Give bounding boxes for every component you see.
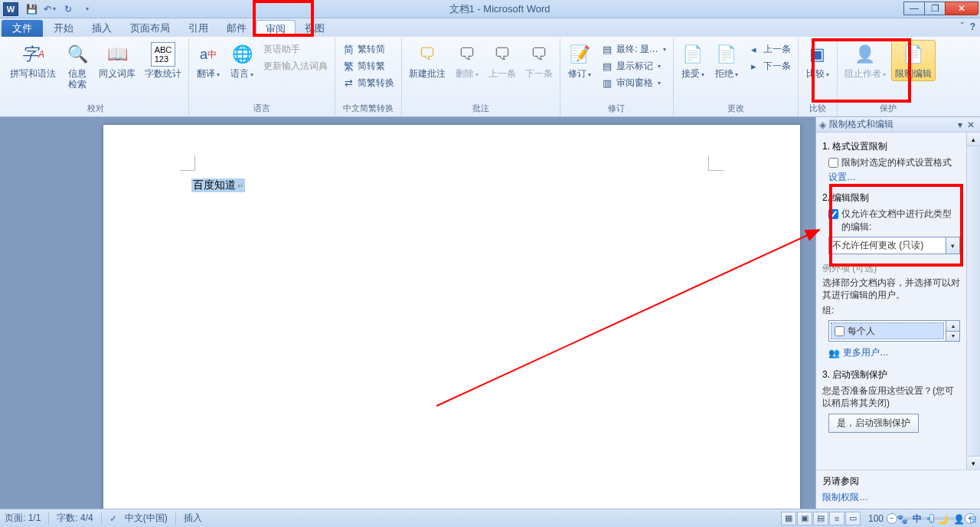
web-view[interactable]: ▤ <box>813 512 828 525</box>
prev-comment-button[interactable]: 🗨上一条 <box>485 40 520 81</box>
proof-status-icon[interactable]: ✓ <box>109 513 117 524</box>
undo-button[interactable]: ↶▾ <box>41 2 58 17</box>
ribbon-tabs: 文件 开始 插入 页面布局 引用 邮件 审阅 视图 ˇ ? <box>0 18 980 37</box>
tab-home[interactable]: 开始 <box>44 20 83 37</box>
compare-button[interactable]: ▣比较▾ <box>802 40 834 83</box>
block-authors-button[interactable]: 👤阻止作者▾ <box>841 40 890 83</box>
to-traditional-button[interactable]: 繁简转繁 <box>338 58 398 74</box>
help-icon[interactable]: ? <box>970 21 975 32</box>
more-users-link[interactable]: 更多用户… <box>843 346 889 359</box>
close-button[interactable]: ✕ <box>945 2 978 15</box>
taskpane-dropdown-icon[interactable]: ▾ <box>956 119 965 130</box>
track-changes-button[interactable]: 📝修订▾ <box>564 40 596 83</box>
reviewing-pane-button[interactable]: ▥审阅窗格▾ <box>597 75 670 91</box>
display-for-review[interactable]: ▤最终: 显…▾ <box>597 41 670 57</box>
trad-icon: 繁 <box>342 61 354 73</box>
selected-text[interactable]: 百度知道 <box>191 178 245 192</box>
zoom-level[interactable]: 100 <box>868 513 884 524</box>
minimize-button[interactable]: — <box>903 2 925 15</box>
chevron-down-icon[interactable]: ▾ <box>946 237 960 254</box>
tab-mailings[interactable]: 邮件 <box>217 20 256 37</box>
next-comment-button[interactable]: 🗨下一条 <box>521 40 557 81</box>
listbox-scrollbar[interactable]: ▴▾ <box>946 321 959 341</box>
language-button[interactable]: 🌐语言▾ <box>226 40 258 83</box>
ribbon-minimize-icon[interactable]: ˇ <box>961 21 964 32</box>
accept-icon: 📄 <box>681 42 705 67</box>
group-changes: 📄接受▾ 📄拒绝▾ ◂上一条 ▸下一条 更改 <box>674 38 799 116</box>
tab-view[interactable]: 视图 <box>296 20 334 37</box>
format-restrict-label: 限制对选定的样式设置格式 <box>841 156 952 169</box>
tab-review[interactable]: 审阅 <box>256 20 296 37</box>
delete-comment-button[interactable]: 🗨删除▾ <box>451 40 483 83</box>
system-tray: 🐾 中 •, 🌙 👤 ⊞ <box>897 512 977 525</box>
page-status[interactable]: 页面: 1/1 <box>5 512 41 525</box>
chinese-convert-button[interactable]: ⇄简繁转换 <box>338 75 398 91</box>
accept-button[interactable]: 📄接受▾ <box>677 40 709 83</box>
tray-icon[interactable]: •, <box>926 514 933 525</box>
taskpane-body: 1. 格式设置限制 限制对选定的样式设置格式 设置… 2. 编辑限制 仅允许在文… <box>816 133 966 470</box>
taskpane-scrollbar[interactable]: ▴ ▾ <box>966 133 980 470</box>
print-layout-view[interactable]: ▦ <box>781 512 796 525</box>
start-enforcement-button[interactable]: 是，启动强制保护 <box>828 414 919 433</box>
document-canvas[interactable]: 百度知道 <box>0 117 815 509</box>
delete-comment-icon: 🗨 <box>455 42 479 67</box>
everyone-checkbox[interactable] <box>835 326 844 336</box>
title-bar: W 💾 ↶▾ ↻ ▾ 文档1 - Microsoft Word — ❐ ✕ <box>0 0 980 18</box>
document-page[interactable]: 百度知道 <box>103 125 800 509</box>
spelling-button[interactable]: 字A拼写和语法 <box>6 40 60 81</box>
draft-view[interactable]: ▭ <box>845 512 861 525</box>
language-status[interactable]: 中文(中国) <box>125 512 168 525</box>
block-authors-icon: 👤 <box>853 42 877 67</box>
new-comment-button[interactable]: 🗨新建批注 <box>405 40 449 81</box>
status-bar: 页面: 1/1 字数: 4/4 ✓ 中文(中国) 插入 ▦ ▣ ▤ ≡ ▭ 10… <box>0 509 980 527</box>
group-chinese-conversion: 简繁转简 繁简转繁 ⇄简繁转换 中文简繁转换 <box>335 38 402 116</box>
thesaurus-button[interactable]: 📖同义词库 <box>95 40 139 81</box>
taskpane-close-icon[interactable]: ✕ <box>965 119 977 130</box>
word-icon: W <box>3 2 18 16</box>
editing-restrict-checkbox[interactable] <box>828 209 838 219</box>
reject-button[interactable]: 📄拒绝▾ <box>710 40 743 83</box>
scroll-up-icon[interactable]: ▴ <box>967 133 980 146</box>
group-tracking: 📝修订▾ ▤最终: 显…▾ ▤显示标记▾ ▥审阅窗格▾ 修订 <box>560 38 674 116</box>
editing-type-dropdown[interactable]: 不允许任何更改 (只读) ▾ <box>828 237 960 254</box>
tab-insert[interactable]: 插入 <box>83 20 121 37</box>
group-label: 更改 <box>677 101 795 116</box>
outline-view[interactable]: ≡ <box>829 512 844 525</box>
section-2-title: 2. 编辑限制 <box>822 191 960 205</box>
tray-icon[interactable]: 👤 <box>953 514 965 525</box>
zoom-out-button[interactable]: − <box>887 513 897 524</box>
file-tab[interactable]: 文件 <box>2 20 43 37</box>
restrict-permission-link[interactable]: 限制权限… <box>822 491 974 504</box>
translate-button[interactable]: a中翻译▾ <box>192 40 224 83</box>
tab-page-layout[interactable]: 页面布局 <box>121 20 179 37</box>
tray-icon[interactable]: 🌙 <box>937 514 949 525</box>
scroll-down-icon[interactable]: ▾ <box>967 456 980 470</box>
restore-button[interactable]: ❐ <box>924 2 946 15</box>
taskpane-menu-icon[interactable]: ◈ <box>819 119 826 130</box>
prev-change-button[interactable]: ◂上一条 <box>744 41 795 57</box>
to-simplified-button[interactable]: 简繁转简 <box>338 41 398 57</box>
qat-customize[interactable]: ▾ <box>78 2 95 17</box>
insert-mode-status[interactable]: 插入 <box>184 512 202 525</box>
research-button[interactable]: 🔍信息 检索 <box>61 40 93 92</box>
redo-button[interactable]: ↻ <box>60 2 77 17</box>
format-restrict-checkbox[interactable] <box>828 158 838 168</box>
tab-references[interactable]: 引用 <box>179 20 217 37</box>
window-title: 文档1 - Microsoft Word <box>95 2 904 16</box>
restrict-editing-button[interactable]: 📄限制编辑 <box>891 40 936 81</box>
save-button[interactable]: 💾 <box>23 2 40 17</box>
format-settings-link[interactable]: 设置… <box>828 171 960 184</box>
english-helper-button[interactable]: 英语助手 <box>260 41 332 57</box>
word-count-status[interactable]: 字数: 4/4 <box>57 512 93 525</box>
wordcount-button[interactable]: ABC123字数统计 <box>141 40 185 81</box>
tray-icon[interactable]: 中 <box>913 512 922 525</box>
update-ime-button[interactable]: 更新输入法词典 <box>260 58 332 74</box>
group-label: 中文简繁转换 <box>338 101 398 116</box>
tray-icon[interactable]: ⊞ <box>969 514 977 525</box>
group-language: a中翻译▾ 🌐语言▾ 英语助手 更新输入法词典 语言 <box>189 38 335 116</box>
next-change-button[interactable]: ▸下一条 <box>744 58 795 74</box>
groups-listbox[interactable]: 每个人 ▴▾ <box>828 320 960 342</box>
show-markup-button[interactable]: ▤显示标记▾ <box>597 58 670 74</box>
fullscreen-view[interactable]: ▣ <box>797 512 812 525</box>
tray-icon[interactable]: 🐾 <box>897 514 908 525</box>
